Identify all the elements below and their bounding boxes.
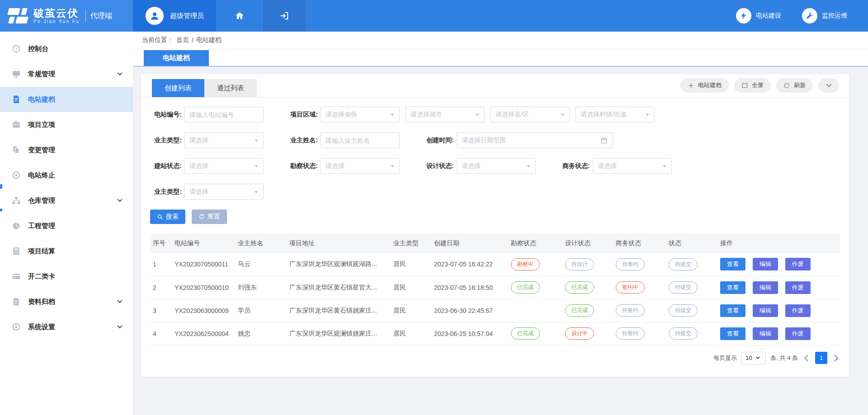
current-page-button[interactable]: 1 (815, 352, 827, 364)
calendar-icon (600, 137, 608, 144)
bank-card-icon (12, 272, 21, 281)
nav-monitor-ops[interactable]: 监控运维 (802, 8, 847, 23)
table-row: 2 YX2023070500010 刘强东 广东深圳龙华区黄石镇星官大... 居… (150, 276, 840, 299)
cell-no: 1 (150, 253, 172, 276)
plus-icon (688, 82, 694, 89)
edit-button[interactable]: 编辑 (753, 327, 778, 340)
brand-pinyin: Po Jian Yun Fu (33, 19, 80, 24)
briefcase-icon (12, 120, 21, 129)
design-status-badge: 待设计 (565, 258, 594, 270)
design-status-select[interactable]: 请选择 (457, 158, 536, 174)
sidebar-item-engineering-mgmt[interactable]: 工程管理 (0, 213, 133, 238)
sidebar-item-change-mgmt[interactable]: 变更管理 (0, 137, 133, 163)
sitemap-icon (12, 196, 21, 205)
void-button[interactable]: 作废 (785, 258, 811, 270)
nav-station-build[interactable]: 电站建设 (736, 8, 781, 23)
settings-icon (12, 322, 21, 331)
bolt-icon (736, 8, 751, 23)
card-toolbar: 电站建档 全屏 刷新 (680, 78, 839, 93)
sidebar-item-system-settings[interactable]: 系统设置 (0, 314, 133, 340)
void-button[interactable]: 作废 (785, 304, 811, 317)
cell-owner-type: 居民 (391, 299, 431, 322)
void-button[interactable]: 作废 (785, 281, 811, 294)
table-row: 4 YX2023062500004 姚忠 广东深圳龙华区观澜镇姚家庄... 居民… (150, 322, 840, 345)
page-content: 创建列表 通过列表 电站建档 全屏 (133, 67, 868, 415)
sidebar-item-station-termination[interactable]: 电站终止 (0, 163, 133, 188)
cell-code: YX2023070500010 (172, 276, 235, 299)
page-tab-station-archive[interactable]: 电站建档 (144, 50, 209, 66)
cell-no: 4 (150, 322, 172, 345)
refresh-button[interactable]: 刷新 (776, 78, 813, 93)
collapse-toolbar-button[interactable] (818, 78, 839, 93)
col-header-business: 商务状态 (613, 234, 666, 253)
city-select[interactable]: 请选择城市 (406, 107, 485, 122)
tab-create-list[interactable]: 创建列表 (152, 79, 204, 97)
county-select[interactable]: 请选择县/区 (491, 107, 570, 122)
table-row: 3 YX2023063000009 学员 广东深圳龙华区黄石镇姚家庄... 居民… (150, 299, 840, 322)
logout-button[interactable] (262, 0, 307, 32)
sidebar-item-project-initiation[interactable]: 项目立项 (0, 112, 133, 137)
void-button[interactable]: 作废 (785, 327, 811, 340)
owner-type-select[interactable]: 请选择 (184, 132, 264, 148)
create-station-button[interactable]: 电站建档 (680, 78, 729, 93)
filter-panel: 电站编号: 项目区域: 请选择省份 请选择城市 (141, 98, 849, 200)
monitor-icon (12, 70, 21, 79)
cell-owner: 刘强东 (235, 276, 287, 299)
prev-page-icon[interactable] (802, 354, 811, 362)
caret-down-icon (475, 112, 480, 117)
sidebar-item-project-settlement[interactable]: 项目结算 (0, 238, 133, 264)
circle-dot-icon (12, 171, 21, 180)
status-badge: 待提交 (669, 304, 698, 317)
build-status-select[interactable]: 请选择 (184, 158, 264, 174)
wrench-icon (802, 8, 817, 23)
sidebar-item-warehouse-mgmt[interactable]: 仓库管理 (0, 188, 133, 213)
avatar (146, 7, 164, 25)
fullscreen-button[interactable]: 全屏 (734, 78, 771, 93)
user-menu[interactable]: 超级管理员 (133, 0, 217, 32)
view-button[interactable]: 查看 (720, 327, 745, 340)
page-size-select[interactable]: 10 (741, 352, 766, 364)
cell-address: 广东深圳龙华区观澜镇观湖路... (287, 253, 391, 276)
cell-owner: 姚忠 (235, 322, 287, 345)
edit-button[interactable]: 编辑 (753, 258, 778, 270)
edit-button[interactable]: 编辑 (753, 304, 778, 317)
next-page-icon[interactable] (832, 354, 840, 362)
breadcrumb-current: 电站建档 (196, 36, 222, 44)
region-label: 项目区域: (286, 111, 318, 119)
caret-down-icon (645, 112, 650, 117)
design-status-badge: 已完成 (565, 281, 594, 294)
province-select[interactable]: 请选择省份 (321, 107, 400, 122)
view-button[interactable]: 查看 (720, 258, 745, 270)
owner-name-input[interactable] (321, 132, 400, 148)
sidebar-item-data-archive[interactable]: 资料归档 (0, 289, 133, 314)
search-button[interactable]: 搜索 (150, 210, 185, 224)
cell-no: 2 (150, 276, 172, 299)
sidebar-item-type2-card[interactable]: 开二类卡 (0, 264, 133, 289)
station-code-input[interactable] (184, 107, 264, 122)
business-status-select[interactable]: 请选择 (593, 158, 672, 174)
owner-type-label: 业主类型: (150, 136, 182, 145)
sidebar-item-station-archive[interactable]: 电站建档 (0, 87, 133, 112)
view-button[interactable]: 查看 (720, 304, 745, 317)
col-header-survey: 勘察状态 (508, 234, 562, 253)
sidebar-item-console[interactable]: 控制台 (0, 36, 133, 61)
owner-type2-select[interactable]: 请选择 (184, 184, 264, 200)
list-tabs: 创建列表 通过列表 (152, 79, 257, 97)
view-button[interactable]: 查看 (720, 281, 745, 294)
survey-status-select[interactable]: 请选择 (321, 158, 400, 174)
caret-down-icon (390, 164, 395, 168)
design-status-badge: 已完成 (565, 304, 594, 317)
filter-row-3: 建站状态: 请选择 勘察状态: 请选择 设计状态: 请选择 (150, 158, 838, 174)
owner-name-label: 业主姓名: (286, 136, 318, 145)
copy-icon (12, 145, 21, 154)
breadcrumb-home-link[interactable]: 首页 (176, 36, 189, 44)
town-select[interactable]: 请选择村镇/街道 (576, 107, 655, 122)
user-name: 超级管理员 (170, 12, 204, 20)
tab-passed-list[interactable]: 通过列表 (204, 79, 257, 97)
app-header: 破茧云伏 Po Jian Yun Fu 代理端 超级管理员 电站建设 监控运维 (0, 0, 868, 32)
edit-button[interactable]: 编辑 (753, 281, 778, 294)
sidebar-item-general-mgmt[interactable]: 常规管理 (0, 61, 133, 87)
created-time-range-picker[interactable]: 请选择日期范围 (457, 132, 613, 148)
home-button[interactable] (217, 0, 262, 32)
reset-button[interactable]: 重置 (192, 210, 227, 224)
